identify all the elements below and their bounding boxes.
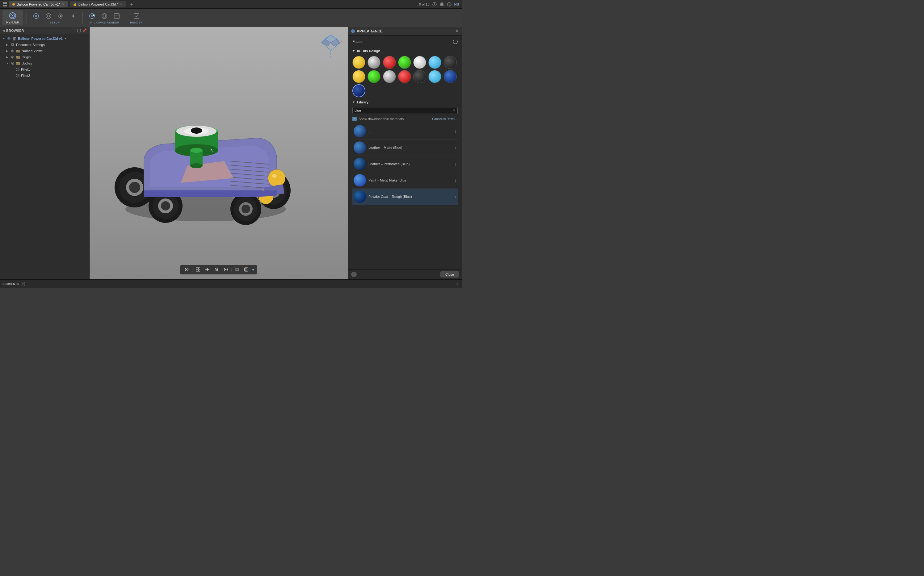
in-canvas-buttons: ▶ (86, 12, 122, 20)
add-tab-button[interactable]: + (128, 2, 135, 7)
setup-btn-2[interactable] (43, 12, 54, 20)
vp-inspect-btn[interactable] (242, 266, 250, 274)
material-yellow2[interactable] (352, 70, 365, 83)
eye-icon-3 (11, 55, 15, 59)
download-powder-rough-icon[interactable]: ↓ (454, 194, 456, 199)
toolbar: RENDER SETUP (0, 9, 462, 27)
browser-root-item[interactable]: ▼ Balloon Powered Car.f3d v1 ● (0, 35, 89, 42)
setup-label: SETUP (50, 21, 60, 24)
material-red[interactable] (383, 56, 396, 69)
bodies-folder-icon (16, 61, 20, 66)
svg-rect-42 (16, 62, 18, 63)
user-initials[interactable]: NS (454, 2, 459, 6)
setup-section: SETUP (30, 12, 79, 24)
vp-camera-btn[interactable] (183, 266, 191, 274)
render-button[interactable]: RENDER (2, 10, 23, 25)
show-downloadable-checkbox[interactable]: ✓ (352, 117, 357, 121)
material-gold[interactable] (352, 56, 365, 69)
setup-btn-1[interactable] (30, 12, 42, 20)
library-section-arrow: ▼ (352, 101, 355, 104)
browser-doc-settings[interactable]: ▶ Document Settings (0, 42, 89, 48)
tab-2-close[interactable]: ✕ (120, 2, 123, 6)
svg-point-12 (35, 15, 37, 17)
material-chrome[interactable] (367, 56, 381, 69)
appearance-close-btn[interactable]: Close (440, 271, 459, 277)
tab-2[interactable]: 🔒 Balloon Powered Car.f3d * ✕ (70, 1, 126, 7)
tab-1-icon (12, 3, 15, 6)
download-leather-perf-icon[interactable]: ↓ (454, 162, 456, 166)
help-icon[interactable]: ? (447, 2, 452, 7)
bell-icon[interactable] (439, 2, 444, 7)
material-item-partial[interactable]: ... ↓ (352, 123, 458, 139)
material-blue[interactable] (428, 70, 441, 83)
material-green[interactable] (398, 56, 411, 69)
material-item-leather-perf[interactable]: Leather – Perforated (Blue) ↓ (352, 156, 458, 172)
comments-settings-icon[interactable] (21, 282, 25, 286)
appearance-info-icon[interactable]: i (351, 272, 357, 277)
material-thumb-leather-perf (354, 158, 366, 170)
material-darkblue[interactable] (444, 70, 457, 83)
setup-btn-4[interactable] (67, 12, 79, 20)
tab-1[interactable]: Balloon Powered Car.f3d v1* ✕ (9, 1, 68, 7)
material-item-paint-metal[interactable]: Paint – Metal Flake (Blue) ↓ (352, 172, 458, 189)
named-views-label: Named Views (22, 49, 43, 53)
browser-fillet2[interactable]: ▶ Fillet2 (0, 72, 89, 79)
material-dark[interactable] (413, 70, 426, 83)
material-item-powder-rough[interactable]: Powder Coat – Rough (Blue) ↓ (352, 189, 458, 205)
browser-content: ▼ Balloon Powered Car.f3d v1 ● ▶ Documen… (0, 34, 89, 279)
material-item-leather-matte[interactable]: Leather – Matte (Blue) ↓ (352, 139, 458, 156)
vp-pan-btn[interactable] (203, 266, 211, 274)
viewport[interactable]: ↖ Y X (90, 27, 348, 279)
in-canvas-btn-2[interactable] (99, 12, 110, 20)
material-chrome2[interactable] (383, 70, 396, 83)
download-paint-metal-icon[interactable]: ↓ (454, 178, 456, 183)
material-navy[interactable] (352, 84, 365, 97)
cancel-all-btn[interactable]: Cancel all Downl... (432, 117, 458, 121)
svg-rect-34 (16, 50, 18, 51)
render-label: RENDER (6, 21, 19, 24)
browser-controls: 📌 (77, 29, 87, 33)
material-lightblue[interactable] (428, 56, 441, 69)
browser-origin[interactable]: ▶ Origin (0, 54, 89, 60)
tab-1-close[interactable]: ✕ (62, 2, 64, 6)
vp-dropdown-arrow[interactable]: ▼ (252, 268, 255, 272)
in-canvas-btn-3[interactable] (111, 12, 122, 20)
appearance-title: APPEARANCE (357, 29, 383, 34)
browser-named-views[interactable]: ▶ Named Views (0, 48, 89, 54)
material-name-paint-metal: Paint – Metal Flake (Blue) (368, 178, 452, 182)
toolbar-divider-2 (82, 12, 83, 24)
material-silver[interactable] (413, 56, 426, 69)
library-search-clear[interactable]: ✕ (452, 108, 455, 113)
viewport-cube[interactable]: Y X (320, 34, 341, 55)
svg-point-78 (190, 163, 203, 168)
browser-header: ◀ BROWSER 📌 (0, 27, 89, 34)
material-green2[interactable] (367, 70, 381, 83)
file-icon (12, 37, 17, 41)
library-search-input[interactable] (354, 109, 452, 112)
download-leather-matte-icon[interactable]: ↓ (454, 145, 456, 150)
render2-btn[interactable] (131, 12, 142, 20)
svg-rect-23 (114, 13, 120, 19)
library-section-header[interactable]: ▼ Library (351, 99, 460, 105)
appearance-pin-icon[interactable] (455, 29, 459, 34)
browser-fillet1[interactable]: ▶ Fillet1 (0, 66, 89, 72)
browser-title: BROWSER (6, 29, 24, 32)
vp-orbit-btn[interactable] (222, 266, 230, 274)
origin-folder-icon (16, 55, 20, 59)
svg-point-111 (247, 270, 247, 271)
browser-bodies[interactable]: ▼ Bodies (0, 60, 89, 66)
in-this-design-header[interactable]: ▼ In This Design (351, 48, 460, 54)
material-black[interactable] (444, 56, 457, 69)
app-grid-icon[interactable] (2, 2, 7, 7)
browser-pin-icon[interactable]: 📌 (82, 29, 87, 33)
browser-collapse-icon[interactable]: ◀ (2, 29, 5, 33)
setup-btn-3[interactable] (55, 12, 66, 20)
material-red2[interactable] (398, 70, 411, 83)
in-canvas-btn-1[interactable]: ▶ (86, 12, 98, 20)
download-partial-icon[interactable]: ↓ (454, 129, 456, 134)
vp-zoom-btn[interactable] (213, 266, 221, 274)
browser-settings-icon[interactable] (77, 29, 81, 33)
svg-point-75 (191, 128, 202, 134)
vp-display-btn[interactable] (233, 266, 241, 274)
vp-grid-btn[interactable] (194, 266, 202, 274)
